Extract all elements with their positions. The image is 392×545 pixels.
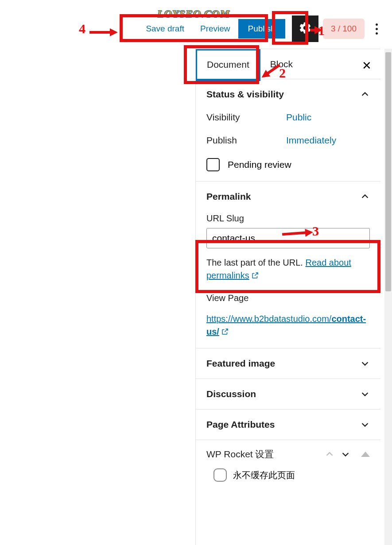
annotation-number-1: 1 (318, 23, 325, 38)
panel-title: Page Attributes (206, 419, 275, 430)
sidebar-tabs: Document Block ✕ (196, 49, 380, 79)
nocache-checkbox[interactable] (213, 468, 227, 482)
panel-toggle-page-attributes[interactable]: Page Attributes (206, 419, 370, 430)
svg-line-6 (282, 233, 306, 235)
publish-button[interactable]: Publish (238, 19, 285, 39)
nocache-label: 永不缓存此页面 (233, 469, 295, 481)
page-url-row: https://www.b2bdatastudio.com/contact-us… (206, 313, 370, 338)
panel-wp-rocket: WP Rocket 设置 (196, 440, 380, 468)
dots-icon (376, 28, 378, 30)
help-pre: The last part of the URL. (206, 258, 305, 267)
chevron-down-icon (360, 359, 370, 368)
panel-title: WP Rocket 设置 (206, 448, 274, 460)
publish-label: Publish (206, 135, 286, 146)
chevron-down-icon (360, 389, 370, 399)
save-draft-button[interactable]: Save draft (138, 19, 192, 39)
svg-marker-1 (110, 28, 118, 36)
visibility-label: Visibility (206, 112, 286, 123)
panel-toggle-status[interactable]: Status & visibility (206, 89, 370, 100)
publish-row: Publish Immediately (206, 135, 370, 146)
publish-button-group: Save draft Preview Publish (138, 19, 285, 39)
panel-discussion: Discussion (196, 379, 380, 410)
view-page-label: View Page (206, 292, 370, 305)
url-slug-label: URL Slug (206, 213, 370, 224)
collapse-triangle-icon[interactable] (361, 452, 370, 457)
move-up-icon[interactable] (325, 449, 334, 459)
scrollbar-thumb[interactable] (385, 52, 391, 291)
annotation-arrow-4 (89, 27, 118, 37)
preview-button[interactable]: Preview (192, 19, 238, 39)
annotation-number-3: 3 (312, 224, 319, 239)
panel-toggle-permalink[interactable]: Permalink (206, 191, 370, 202)
more-options-button[interactable] (370, 23, 383, 35)
scrollbar-track[interactable] (384, 49, 392, 545)
chevron-up-icon (360, 192, 370, 201)
external-link-icon (251, 270, 259, 278)
pending-review-row: Pending review (206, 158, 370, 171)
panel-title: Discussion (206, 389, 256, 399)
visibility-value-link[interactable]: Public (286, 112, 311, 123)
status-body: Visibility Public Publish Immediately Pe… (206, 112, 370, 171)
move-down-icon[interactable] (341, 449, 350, 459)
panel-toggle-wp-rocket[interactable]: WP Rocket 设置 (206, 448, 370, 460)
panel-status-visibility: Status & visibility Visibility Public Pu… (196, 79, 380, 182)
annotation-number-2: 2 (279, 66, 286, 81)
close-sidebar-button[interactable]: ✕ (362, 59, 372, 73)
panel-title: Permalink (206, 191, 251, 202)
annotation-number-4: 4 (79, 21, 85, 36)
pending-review-checkbox[interactable] (206, 158, 220, 171)
dots-icon (376, 23, 378, 26)
panel-page-attributes: Page Attributes (196, 410, 380, 440)
close-icon: ✕ (362, 59, 372, 72)
wp-rocket-controls (325, 449, 370, 459)
visibility-row: Visibility Public (206, 112, 370, 123)
page-url-link[interactable]: https://www.b2bdatastudio.com/contact-us… (206, 314, 366, 336)
publish-value-link[interactable]: Immediately (286, 135, 336, 146)
panel-featured-image: Featured image (196, 348, 380, 379)
settings-sidebar: Document Block ✕ Status & visibility Vis… (195, 49, 380, 545)
panel-toggle-featured-image[interactable]: Featured image (206, 358, 370, 369)
panel-title: Featured image (206, 358, 275, 369)
external-link-icon (221, 326, 229, 334)
slug-help-text: The last part of the URL. Read about per… (206, 256, 370, 282)
wp-rocket-nocache-row: 永不缓存此页面 (196, 468, 380, 490)
editor-top-toolbar: Save draft Preview Publish 3 / 100 (0, 15, 392, 42)
seo-score-pill[interactable]: 3 / 100 (323, 19, 365, 39)
url-prefix: https://www.b2bdatastudio.com/ (206, 314, 331, 324)
panel-title: Status & visibility (206, 89, 284, 100)
pending-review-label: Pending review (228, 159, 291, 170)
tab-document[interactable]: Document (196, 49, 260, 81)
panel-toggle-discussion[interactable]: Discussion (206, 389, 370, 399)
chevron-up-icon (360, 89, 370, 99)
dots-icon (376, 32, 378, 35)
chevron-down-icon (360, 420, 370, 429)
panel-permalink: Permalink URL Slug The last part of the … (196, 182, 380, 348)
